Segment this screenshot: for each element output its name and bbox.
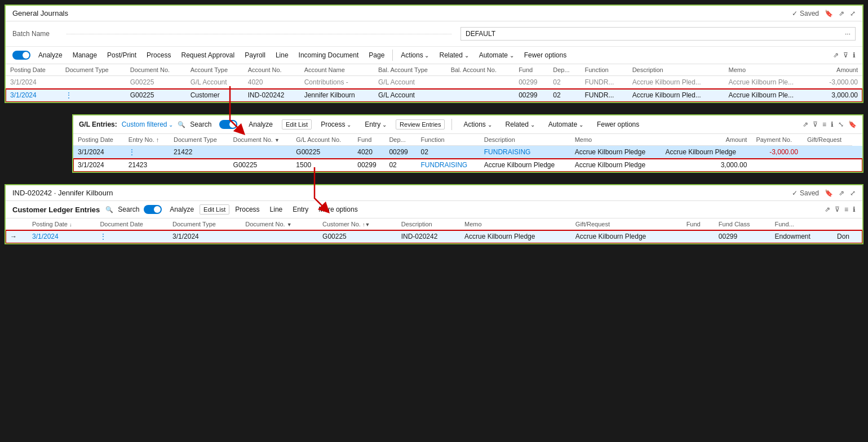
gl-columns-icon[interactable]: ≡ (822, 120, 826, 128)
gl-review-entries-btn[interactable]: Review Entries (396, 119, 445, 130)
cle-filter-toolbar-icon[interactable]: ⊽ (835, 206, 840, 213)
collapse-icon[interactable]: ⤢ (850, 10, 856, 17)
batch-name-label: Batch Name (12, 30, 57, 38)
gl-edit-list-btn[interactable]: Edit List (282, 119, 312, 130)
batch-more-icon[interactable]: ··· (845, 30, 851, 38)
cle-th-fund: Fund (682, 218, 714, 230)
gl-row2-amount: 3,000.00 (661, 159, 752, 172)
gl-row1-gift-request (852, 146, 862, 159)
incoming-document-btn[interactable]: Incoming Document (294, 49, 364, 61)
cle-share-toolbar-icon[interactable]: ⇗ (825, 206, 830, 213)
gl-expand-icon[interactable]: ⤡ (838, 120, 844, 128)
main-toolbar: Analyze Manage Post/Print Process Reques… (6, 47, 862, 64)
gl-bookmark-icon[interactable]: 🔖 (848, 120, 857, 128)
th-amount: Amount (816, 64, 862, 76)
cle-th-gift-request: Gift/Request (571, 218, 682, 230)
cle-toggle-switch[interactable] (144, 205, 162, 214)
share-toolbar-icon[interactable]: ⇗ (833, 51, 839, 59)
post-print-btn[interactable]: Post/Print (103, 49, 141, 61)
row2-bal-account-type: G/L Account (374, 89, 446, 102)
analyze-toggle[interactable] (12, 51, 30, 60)
saved-indicator: ✓ Saved (792, 10, 819, 17)
th-memo: Memo (724, 64, 816, 76)
filter-toolbar-icon[interactable]: ⊽ (843, 51, 848, 59)
batch-input[interactable]: DEFAULT ··· (460, 27, 856, 41)
cle-panel-title: IND-020242 · Jennifer Kilbourn (12, 189, 113, 197)
gl-row-2[interactable]: 3/1/2024 21423 G00225 1500 00299 02 FUND… (73, 159, 862, 172)
gl-info-icon[interactable]: ℹ (831, 120, 834, 128)
bookmark-icon[interactable]: 🔖 (825, 10, 833, 17)
gl-share-icon[interactable]: ⇗ (803, 120, 808, 128)
automate-btn[interactable]: Automate (475, 49, 519, 61)
analyze-toggle-switch[interactable] (12, 51, 30, 60)
info-toolbar-icon[interactable]: ℹ (853, 51, 856, 59)
cle-line-btn[interactable]: Line (265, 203, 287, 216)
gl-automate-btn[interactable]: Automate (544, 118, 588, 131)
journal-row-1[interactable]: 3/1/2024 G00225 G/L Account 4020 Contrib… (6, 76, 862, 89)
cle-process-btn[interactable]: Process (231, 203, 264, 216)
th-account-no: Account No. (243, 64, 300, 76)
gl-th-function: Function (417, 134, 480, 146)
cle-th-document-type: Document Type (168, 218, 241, 230)
gl-row-1[interactable]: 3/1/2024 ⋮ 21422 G00225 4020 00299 02 FU… (73, 146, 862, 159)
cle-bookmark-icon[interactable]: 🔖 (825, 189, 833, 197)
th-posting-date: Posting Date (6, 64, 61, 76)
cle-row1-context[interactable]: ⋮ (95, 230, 168, 243)
manage-btn[interactable]: Manage (68, 49, 101, 61)
request-approval-btn[interactable]: Request Approval (176, 49, 239, 61)
cle-row1-description: Accrue Kilbourn Pledge (460, 230, 571, 243)
row2-memo: Accrue Kilbourn Ple... (724, 89, 816, 102)
cle-th-document-date: Document Date (95, 218, 168, 230)
analyze-btn[interactable]: Analyze (34, 49, 67, 61)
gl-process-btn[interactable]: Process (316, 118, 356, 131)
gl-entries-header: G/L Entries: Custom filtered 🔍 Search An… (73, 115, 862, 134)
cle-analyze-btn[interactable]: Analyze (165, 203, 198, 216)
gl-row1-context[interactable]: ⋮ (124, 146, 169, 159)
gl-entry-btn[interactable]: Entry (360, 118, 391, 131)
cle-header-actions: ✓ Saved 🔖 ⇗ ⤢ (792, 189, 856, 197)
cle-edit-list-btn[interactable]: Edit List (200, 204, 229, 215)
gl-row1-amount: -3,000.00 (751, 146, 803, 159)
page-btn[interactable]: Page (364, 49, 389, 61)
cle-th-description: Description (397, 218, 460, 230)
cle-info-toolbar-icon[interactable]: ℹ (853, 206, 856, 213)
gl-row1-posting-date: 3/1/2024 (73, 146, 124, 159)
fewer-options-btn[interactable]: Fewer options (520, 49, 571, 61)
gl-row1-gl-account: 4020 (353, 146, 384, 159)
gl-filter-icon[interactable]: ⊽ (813, 120, 818, 128)
row2-account-name: Jennifer Kilbourn (300, 89, 374, 102)
row2-description: Accrue Kilbourn Pled... (628, 89, 724, 102)
th-bal-account-no: Bal. Account No. (446, 64, 515, 76)
row2-amount: 3,000.00 (816, 89, 862, 102)
row2-dep: 02 (548, 89, 580, 102)
gl-doc-no-filter: ▼ (274, 137, 280, 143)
journal-row-2[interactable]: 3/1/2024 ⋮ G00225 Customer IND-020242 Je… (6, 89, 862, 102)
header-actions: ✓ Saved 🔖 ⇗ ⤢ (792, 10, 856, 17)
payroll-btn[interactable]: Payroll (240, 49, 270, 61)
cle-row1-posting-date: 3/1/2024 (28, 230, 95, 243)
process-btn[interactable]: Process (142, 49, 175, 61)
cle-th-document-no: Document No. ▼ (241, 218, 318, 230)
cle-th-fund-class: Fund Class (714, 218, 770, 230)
cle-search-btn[interactable]: Search (114, 204, 143, 215)
row1-bal-account-type: G/L Account (374, 76, 446, 89)
row2-context-menu[interactable]: ⋮ (61, 89, 126, 102)
gl-fewer-options-btn[interactable]: Fewer options (592, 118, 644, 131)
row1-bal-account-no (446, 76, 515, 89)
cle-row-1[interactable]: → 3/1/2024 ⋮ 3/1/2024 G00225 IND-020242 … (6, 230, 862, 243)
gl-actions-btn[interactable]: Actions (459, 118, 496, 131)
custom-filtered-btn[interactable]: Custom filtered (122, 120, 173, 128)
cle-th-customer-no: Customer No. ↑▼ (318, 218, 397, 230)
gl-related-btn[interactable]: Related (501, 118, 539, 131)
gl-row2-gift-request (803, 159, 852, 172)
actions-btn[interactable]: Actions (396, 49, 433, 61)
related-btn[interactable]: Related (435, 49, 473, 61)
share-icon[interactable]: ⇗ (839, 10, 844, 17)
cle-collapse-icon[interactable]: ⤢ (850, 189, 856, 197)
line-btn[interactable]: Line (271, 49, 293, 61)
row1-posting-date: 3/1/2024 (6, 76, 61, 89)
th-doc-type: Document Type (61, 64, 126, 76)
cle-columns-toolbar-icon[interactable]: ≡ (844, 206, 848, 213)
cle-analyze-toggle[interactable] (144, 205, 162, 214)
cle-share-icon[interactable]: ⇗ (839, 189, 844, 197)
